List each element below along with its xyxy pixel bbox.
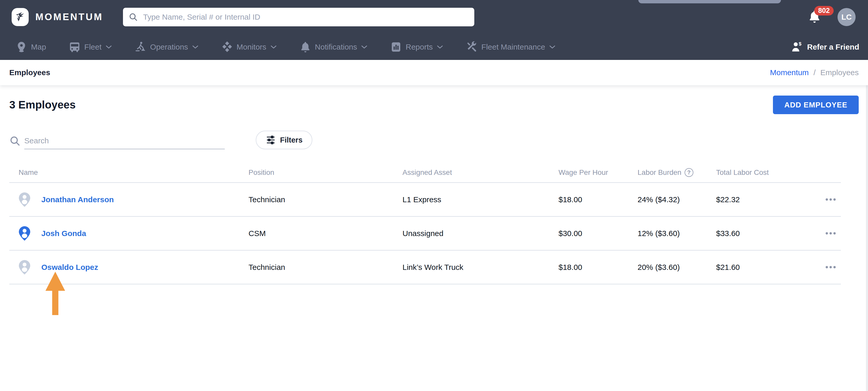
row-actions-menu-button[interactable]: [820, 266, 841, 268]
global-search[interactable]: [123, 8, 474, 26]
search-icon: [129, 12, 138, 22]
brand-name: MOMENTUM: [35, 12, 103, 23]
breadcrumb-root-link[interactable]: Momentum: [770, 68, 809, 77]
bar-chart-icon: [390, 41, 402, 53]
tools-icon: [466, 41, 478, 53]
filters-label: Filters: [280, 136, 303, 144]
employee-search[interactable]: [9, 134, 225, 149]
filters-button[interactable]: Filters: [256, 131, 312, 149]
cell-assigned-asset: Unassigned: [402, 229, 559, 238]
chevron-down-icon: [106, 45, 112, 49]
brand[interactable]: MOMENTUM: [11, 8, 103, 26]
cell-labor-burden: 20% ($3.60): [638, 263, 716, 272]
breadcrumb-current: Employees: [820, 68, 859, 77]
cell-total-labor-cost: $22.32: [716, 195, 820, 204]
worker-icon: [134, 41, 147, 53]
nav-item-reports[interactable]: Reports: [390, 41, 443, 53]
nav-item-notifications[interactable]: Notifications: [300, 41, 367, 53]
breadcrumb: Momentum / Employees: [770, 68, 859, 77]
cell-assigned-asset: L1 Express: [402, 195, 559, 204]
refer-label: Refer a Friend: [807, 43, 859, 52]
notifications-bell-button[interactable]: 802: [808, 9, 822, 25]
nav-label: Fleet: [84, 43, 101, 52]
momentum-logo-icon: [11, 8, 29, 26]
employee-pin-avatar: [19, 226, 30, 241]
partial-popup-sliver: [638, 0, 781, 3]
help-icon[interactable]: ?: [685, 168, 693, 177]
nav-label: Reports: [406, 43, 433, 52]
cell-total-labor-cost: $33.60: [716, 229, 820, 238]
labor-burden-label: Labor Burden: [638, 168, 681, 177]
breadcrumb-separator: /: [813, 68, 815, 77]
row-actions-menu-button[interactable]: [820, 198, 841, 201]
table-row: Jonathan Anderson Technician L1 Express …: [9, 183, 841, 217]
cell-wage: $18.00: [559, 195, 638, 204]
cell-position: Technician: [249, 263, 402, 272]
user-avatar[interactable]: LC: [838, 8, 856, 26]
employee-search-input[interactable]: [24, 134, 225, 149]
nav-item-map[interactable]: Map: [16, 41, 46, 53]
column-header-wage: Wage Per Hour: [559, 168, 638, 177]
column-header-total-labor-cost: Total Labor Cost: [716, 168, 820, 177]
nav-label: Monitors: [237, 43, 266, 52]
table-row: Josh Gonda CSM Unassigned $30.00 12% ($3…: [9, 217, 841, 251]
diamonds-icon: [221, 41, 233, 53]
table-header-row: Name Position Assigned Asset Wage Per Ho…: [9, 163, 841, 183]
employee-name-link[interactable]: Oswaldo Lopez: [41, 263, 98, 272]
column-header-position: Position: [249, 168, 402, 177]
employees-count-heading: 3 Employees: [9, 99, 76, 111]
employee-pin-avatar: [19, 260, 30, 275]
cell-wage: $30.00: [559, 229, 638, 238]
column-header-assigned-asset: Assigned Asset: [402, 168, 559, 177]
refer-a-friend-button[interactable]: $ Refer a Friend: [791, 41, 859, 53]
cell-position: CSM: [249, 229, 402, 238]
row-actions-menu-button[interactable]: [820, 232, 841, 234]
nav-label: Notifications: [315, 43, 357, 52]
chevron-down-icon: [192, 45, 198, 49]
add-employee-button[interactable]: ADD EMPLOYEE: [773, 96, 859, 114]
table-row: Oswaldo Lopez Technician Link’s Work Tru…: [9, 251, 841, 284]
map-pin-icon: [16, 41, 27, 53]
cell-total-labor-cost: $21.60: [716, 263, 820, 272]
nav-item-monitors[interactable]: Monitors: [221, 41, 277, 53]
column-header-name: Name: [9, 168, 249, 177]
search-icon: [9, 135, 21, 147]
employees-table: Name Position Assigned Asset Wage Per Ho…: [9, 163, 841, 284]
chevron-down-icon: [437, 45, 443, 49]
global-search-input[interactable]: [143, 13, 469, 22]
vehicle-icon: [69, 41, 81, 53]
filter-sliders-icon: [266, 135, 276, 145]
annotation-arrow-up: [45, 272, 65, 315]
nav-item-fleet[interactable]: Fleet: [69, 41, 112, 53]
breadcrumb-bar: Employees Momentum / Employees: [0, 60, 868, 85]
employee-name-link[interactable]: Josh Gonda: [41, 229, 86, 238]
cell-wage: $18.00: [559, 263, 638, 272]
bell-icon: [300, 41, 311, 53]
nav-label: Map: [31, 43, 46, 52]
top-navbar: MOMENTUM 802 LC: [0, 0, 868, 60]
employee-name-link[interactable]: Jonathan Anderson: [41, 195, 114, 204]
svg-text:$: $: [799, 41, 802, 46]
chevron-down-icon: [549, 45, 555, 49]
cell-labor-burden: 24% ($4.32): [638, 195, 716, 204]
nav-label: Fleet Maintenance: [481, 43, 545, 52]
nav-item-operations[interactable]: Operations: [134, 41, 198, 53]
person-dollar-icon: $: [791, 41, 803, 53]
nav-label: Operations: [150, 43, 188, 52]
chevron-down-icon: [361, 45, 367, 49]
cell-assigned-asset: Link’s Work Truck: [402, 263, 559, 272]
employee-pin-avatar: [19, 192, 30, 207]
main-nav: Map Fleet: [0, 34, 868, 60]
chevron-down-icon: [271, 45, 277, 49]
notification-count-badge: 802: [814, 6, 834, 15]
column-header-labor-burden: Labor Burden ?: [638, 168, 716, 177]
scrollbar-track[interactable]: [866, 60, 868, 391]
page-title: Employees: [9, 68, 50, 77]
cell-labor-burden: 12% ($3.60): [638, 229, 716, 238]
employees-page: 3 Employees ADD EMPLOYEE Filters Name: [0, 96, 868, 284]
nav-item-fleet-maintenance[interactable]: Fleet Maintenance: [466, 41, 555, 53]
cell-position: Technician: [249, 195, 402, 204]
